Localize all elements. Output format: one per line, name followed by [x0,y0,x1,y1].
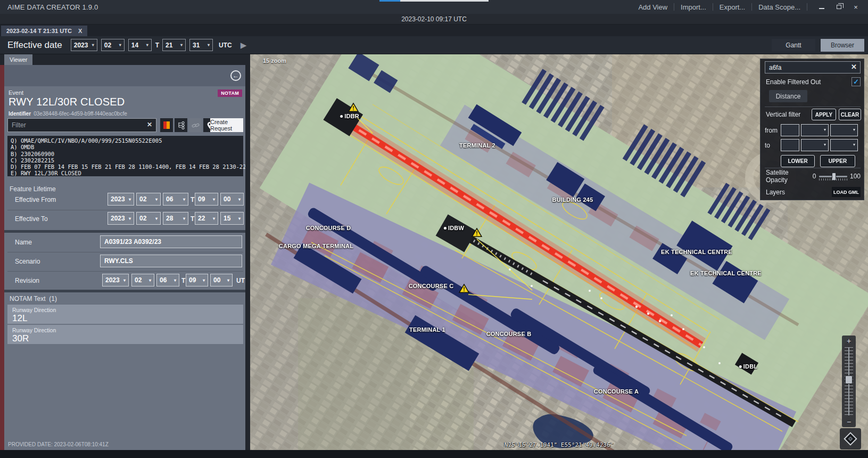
from-reference-select[interactable] [830,124,858,136]
to-minute-select[interactable]: 15▾ [220,212,244,225]
name-input[interactable] [100,235,242,248]
chevron-down-icon: ▾ [119,43,121,47]
svg-text:!: ! [352,105,354,111]
from-day-select[interactable]: 06▾ [163,193,188,206]
load-gml-button[interactable]: LOAD GML [832,187,861,197]
revision-month-select[interactable]: 02▾ [131,274,154,287]
chevron-down-icon: ▾ [92,43,94,47]
map-label: CONCOURSE C [409,283,454,289]
hour-select[interactable]: 21▾ [162,39,186,51]
to-hour-select[interactable]: 22▾ [195,212,218,225]
scenario-input[interactable] [100,255,242,267]
chevron-down-icon: ▾ [203,278,205,283]
zoom-slider-thumb[interactable] [845,375,853,384]
opacity-min-label: 0 [813,173,816,180]
link-icon [192,121,200,129]
menu-import[interactable]: Import... [674,3,713,11]
to-value-input[interactable] [781,139,799,151]
to-month-select[interactable]: 02▾ [136,212,161,225]
map-label: CONCOURSE B [486,331,532,337]
zoom-in-button[interactable]: + [842,337,856,345]
gantt-view-button[interactable]: Gantt [772,39,815,52]
enable-filtered-out-checkbox[interactable]: ✓ [852,77,861,86]
chevron-down-icon: ▾ [129,197,131,202]
filter-input[interactable] [7,118,156,132]
maximize-button[interactable] [832,2,846,12]
map-label: TERMINAL 1 [409,326,445,333]
zoom-out-button[interactable]: − [842,418,856,426]
current-time: 2023-02-10 09:17 UTC [401,15,467,23]
chevron-down-icon: ▾ [208,43,210,47]
to-day-select[interactable]: 28▾ [163,212,188,225]
chevron-down-icon: ▾ [155,216,158,221]
name-label: Name [15,239,32,246]
slider-thumb[interactable] [832,173,836,181]
from-year-select[interactable]: 2023▾ [108,193,134,206]
to-year-select[interactable]: 2023▾ [108,212,134,225]
hierarchy-button[interactable] [175,118,187,132]
map-pan-compass[interactable] [840,428,861,449]
upper-button[interactable]: UPPER [820,155,855,167]
tab-effective-date[interactable]: 2023-02-14 T 21:31 UTC X [1,26,87,36]
day-select[interactable]: 14▾ [128,39,152,51]
year-select[interactable]: 2023▾ [71,39,97,51]
menu-export[interactable]: Export... [713,3,751,11]
revision-minute-select[interactable]: 00▾ [210,274,233,287]
runway-direction-card[interactable]: Runway Direction 12L [7,305,243,324]
stand-dot-icon [739,365,742,368]
map-view[interactable]: 15 zoom IDBRTERMINAL 2BUILDING 245CONCOU… [250,54,868,450]
map-search-input[interactable] [765,61,861,73]
event-severity-strip [0,65,4,450]
tab-viewer[interactable]: Viewer [4,54,32,65]
tab-label: 2023-02-14 T 21:31 UTC [6,28,72,34]
from-month-select[interactable]: 02▾ [136,193,161,206]
panel-header: ← [4,65,245,86]
revision-year-select[interactable]: 2023▾ [102,274,129,287]
minute-select[interactable]: 31▾ [189,39,213,51]
from-unit-select[interactable] [801,124,829,136]
from-minute-select[interactable]: 00▾ [220,193,244,206]
background-window-strip [400,0,489,2]
menu-add-view[interactable]: Add View [632,3,674,11]
create-request-button[interactable]: Create Request [210,118,243,132]
minimize-button[interactable] [815,2,829,12]
clear-search-icon[interactable]: ✕ [851,63,857,71]
clear-filter-icon[interactable]: ✕ [147,121,152,128]
apply-button[interactable]: APPLY [812,109,836,120]
collapse-panel-button[interactable]: ← [230,70,241,81]
play-button[interactable]: ▶ [241,40,247,50]
satellite-opacity-slider[interactable] [819,176,847,177]
flag-icon [163,121,170,129]
warning-marker-icon[interactable]: ! [459,284,469,296]
clear-button[interactable]: CLEAR [839,109,861,120]
svg-text:!: ! [476,230,478,236]
effective-date-label: Effective date [7,40,62,51]
effective-date-toolbar: Effective date 2023▾ 02▾ 14▾ T 21▾ 31▾ U… [0,36,868,54]
month-select[interactable]: 02▾ [101,39,125,51]
to-unit-select[interactable] [801,139,829,151]
browser-view-button[interactable]: Browser [821,39,864,52]
scenario-label: Scenario [15,258,40,265]
warning-marker-icon[interactable]: ! [472,228,482,240]
runway-direction-card[interactable]: Runway Direction 30R [7,325,243,344]
to-reference-select[interactable] [830,139,858,151]
chevron-down-icon: ▾ [213,216,215,221]
from-value-input[interactable] [781,124,799,136]
revision-day-select[interactable]: 06▾ [156,274,179,287]
warning-marker-icon[interactable]: ! [348,103,359,114]
lower-button[interactable]: LOWER [781,155,815,167]
feature-lifetime-label: Feature Lifetime [10,185,56,193]
from-hour-select[interactable]: 09▾ [195,193,218,206]
menu-data-scope[interactable]: Data Scope... [752,3,807,11]
tab-close-icon[interactable]: X [78,28,82,34]
chevron-down-icon: ▾ [155,197,158,202]
cursor-coordinates: N25°15'27.1941" E55°21'49.4236" [505,441,614,448]
restore-icon [837,5,841,9]
revision-hour-select[interactable]: 09▾ [186,274,208,287]
severity-flag-button[interactable] [160,118,173,132]
close-button[interactable]: × [849,2,863,12]
distance-button[interactable]: Distance [769,90,807,102]
application-window: AIME DATA CREATOR 1.9.0 Add View Import.… [0,0,868,458]
to-label: to [765,142,770,149]
minimize-icon [819,8,824,9]
